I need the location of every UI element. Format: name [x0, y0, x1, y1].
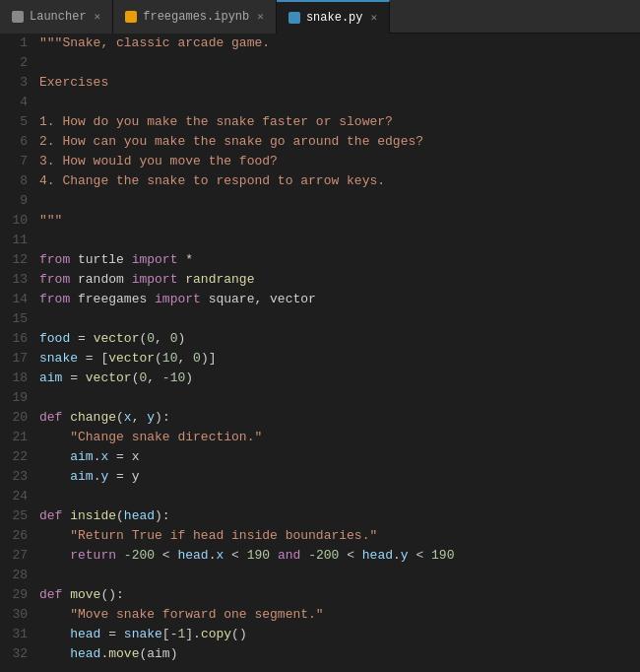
code-line-5: 1. How do you make the snake faster or s… — [39, 112, 640, 132]
code-line-8: 4. Change the snake to respond to arrow … — [39, 171, 640, 191]
line-numbers: 12345 678910 1112131415 1617181920 21222… — [0, 34, 35, 672]
code-line-10: """ — [39, 211, 640, 231]
code-line-7: 3. How would you move the food? — [39, 152, 640, 171]
code-line-22: aim.x = x — [39, 447, 640, 467]
code-line-30: "Move snake forward one segment." — [39, 605, 640, 625]
code-line-17: snake = [vector(10, 0)] — [39, 349, 640, 369]
code-line-9 — [39, 191, 640, 211]
code-line-3: Exercises — [39, 73, 640, 93]
code-line-15 — [39, 309, 640, 329]
code-line-16: food = vector(0, 0) — [39, 329, 640, 349]
tab-freegames-close[interactable]: ✕ — [257, 10, 264, 23]
tab-freegames-label: freegames.ipynb — [143, 10, 249, 24]
code-line-12: from turtle import * — [39, 250, 640, 270]
tab-launcher-label: Launcher — [30, 10, 87, 24]
freegames-icon — [125, 11, 137, 23]
snake-icon — [288, 12, 300, 24]
code-line-2 — [39, 53, 640, 73]
tab-snake-label: snake.py — [306, 11, 363, 25]
code-line-29: def move(): — [39, 585, 640, 605]
code-line-26: "Return True if head inside boundaries." — [39, 526, 640, 546]
code-line-1: """Snake, classic arcade game. — [39, 34, 640, 53]
code-line-18: aim = vector(0, -10) — [39, 369, 640, 388]
code-line-23: aim.y = y — [39, 467, 640, 487]
code-line-32: head.move(aim) — [39, 644, 640, 664]
code-line-31: head = snake[-1].copy() — [39, 625, 640, 644]
tab-snake[interactable]: snake.py ✕ — [277, 0, 390, 34]
tab-snake-close[interactable]: ✕ — [371, 11, 378, 24]
code-line-14: from freegames import square, vector — [39, 290, 640, 309]
code-line-11 — [39, 231, 640, 250]
code-line-6: 2. How can you make the snake go around … — [39, 132, 640, 152]
tab-launcher-close[interactable]: ✕ — [95, 10, 101, 23]
code-line-4 — [39, 93, 640, 112]
code-line-25: def inside(head): — [39, 506, 640, 526]
code-line-24 — [39, 487, 640, 506]
tab-bar: Launcher ✕ freegames.ipynb ✕ snake.py ✕ — [0, 0, 640, 34]
code-area: 12345 678910 1112131415 1617181920 21222… — [0, 34, 640, 672]
code-line-21: "Change snake direction." — [39, 428, 640, 447]
tab-freegames[interactable]: freegames.ipynb ✕ — [113, 0, 277, 34]
code-line-19 — [39, 388, 640, 408]
code-content[interactable]: """Snake, classic arcade game. Exercises… — [35, 34, 640, 672]
code-line-27: return -200 < head.x < 190 and -200 < he… — [39, 546, 640, 566]
tab-launcher[interactable]: Launcher ✕ — [0, 0, 113, 34]
code-line-28 — [39, 566, 640, 585]
launcher-icon — [12, 11, 24, 23]
code-line-20: def change(x, y): — [39, 408, 640, 428]
code-line-13: from random import randrange — [39, 270, 640, 290]
